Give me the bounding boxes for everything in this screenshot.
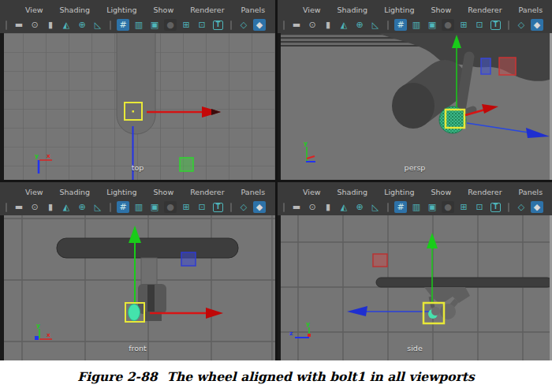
isolate-select-icon[interactable]: ⊙ [306,201,319,213]
pencil-icon[interactable]: ◺ [369,19,382,31]
gate-mask-icon[interactable]: ● [442,201,454,213]
menu-renderer[interactable]: Renderer [468,6,502,14]
strut-column[interactable] [141,258,157,285]
move-manipulator-icon[interactable]: ⊕ [76,201,88,213]
camera-icon[interactable]: ▬ [13,19,25,31]
light-icon[interactable]: ◭ [60,201,73,213]
blue-object-marker[interactable] [181,252,196,266]
wireframe-cube-icon[interactable]: ◇ [515,19,528,31]
bookmark-icon[interactable]: ▮ [322,19,334,31]
isolate-select-icon[interactable]: ⊙ [28,201,41,213]
grid-icon[interactable]: # [117,19,129,31]
resolution-gate-icon[interactable]: ▣ [148,19,161,31]
move-manipulator-icon[interactable]: ⊕ [353,201,366,213]
camera-icon[interactable]: ▬ [290,201,303,213]
menu-lighting[interactable]: Lighting [384,188,414,196]
menu-panels[interactable]: Panels [241,6,266,14]
resolution-gate-icon[interactable]: ▣ [426,201,438,213]
safe-title-icon[interactable]: T [213,203,223,212]
menu-lighting[interactable]: Lighting [384,6,414,14]
hub-circle[interactable] [440,304,456,319]
red-object-marker[interactable] [373,254,387,267]
menu-view[interactable]: View [25,6,43,14]
film-gate-icon[interactable]: ▥ [132,201,145,213]
safe-action-icon[interactable]: ⊡ [473,201,486,213]
menu-shading[interactable]: Shading [60,6,91,14]
blue-object-marker[interactable] [481,58,490,74]
camera-icon[interactable]: ▬ [13,201,25,213]
grid-icon[interactable]: # [394,201,407,213]
film-gate-icon[interactable]: ▥ [132,19,145,31]
field-chart-icon[interactable]: ⊞ [180,201,192,213]
shaded-cube-icon[interactable]: ◆ [253,19,266,31]
bolt1-selected[interactable] [129,304,140,321]
menu-panels[interactable]: Panels [241,188,266,196]
wireframe-cube-icon[interactable]: ◇ [237,19,250,31]
film-gate-icon[interactable]: ▥ [410,19,423,31]
menu-view[interactable]: View [303,188,321,196]
field-chart-icon[interactable]: ⊞ [180,19,192,31]
grid-icon[interactable]: # [117,201,129,213]
shaded-cube-icon[interactable]: ◆ [531,201,543,213]
viewport-canvas-persp[interactable]: y persp [278,33,552,180]
safe-title-icon[interactable]: T [490,21,501,30]
camera-icon[interactable]: ▬ [290,19,303,31]
shaded-cube-icon[interactable]: ◆ [253,201,266,213]
field-chart-icon[interactable]: ⊞ [457,19,470,31]
isolate-select-icon[interactable]: ⊙ [28,19,41,31]
menu-lighting[interactable]: Lighting [106,188,136,196]
bookmark-icon[interactable]: ▮ [44,19,57,31]
safe-action-icon[interactable]: ⊡ [196,201,208,213]
pencil-icon[interactable]: ◺ [369,201,382,213]
vehicle-body-side[interactable] [376,278,552,287]
safe-title-icon[interactable]: T [213,21,223,30]
film-gate-icon[interactable]: ▥ [410,201,423,213]
light-icon[interactable]: ◭ [338,201,350,213]
menu-show[interactable]: Show [431,6,452,14]
menu-shading[interactable]: Shading [60,188,91,196]
menu-shading[interactable]: Shading [338,188,368,196]
wheel-face[interactable] [392,83,435,129]
gate-mask-icon[interactable]: ● [164,201,177,213]
gate-mask-icon[interactable]: ● [164,19,177,31]
grid-icon[interactable]: # [394,19,407,31]
green-object-marker[interactable] [180,158,193,171]
light-icon[interactable]: ◭ [60,19,73,31]
wireframe-cube-icon[interactable]: ◇ [237,201,250,213]
menu-panels[interactable]: Panels [519,188,543,196]
viewport-canvas-side[interactable]: y z side [278,215,552,360]
field-chart-icon[interactable]: ⊞ [457,201,470,213]
menu-show[interactable]: Show [431,188,452,196]
shaded-cube-icon[interactable]: ◆ [531,19,543,31]
move-manipulator-icon[interactable]: ⊕ [76,19,88,31]
menu-show[interactable]: Show [154,188,174,196]
red-object-marker[interactable] [499,58,516,75]
pencil-icon[interactable]: ◺ [91,201,104,213]
gate-mask-icon[interactable]: ● [442,19,454,31]
bookmark-icon[interactable]: ▮ [44,201,57,213]
safe-title-icon[interactable]: T [490,203,501,212]
menu-renderer[interactable]: Renderer [468,188,502,196]
isolate-select-icon[interactable]: ⊙ [306,19,319,31]
menu-renderer[interactable]: Renderer [190,188,224,196]
resolution-gate-icon[interactable]: ▣ [426,19,438,31]
bookmark-icon[interactable]: ▮ [322,201,334,213]
wheel-object-top[interactable] [117,33,155,134]
wheel-object-front[interactable] [57,238,238,258]
viewport-canvas-front[interactable]: y x front [0,215,275,360]
safe-action-icon[interactable]: ⊡ [473,19,486,31]
light-icon[interactable]: ◭ [338,19,350,31]
safe-action-icon[interactable]: ⊡ [196,19,208,31]
menu-lighting[interactable]: Lighting [106,6,136,14]
menu-view[interactable]: View [25,188,43,196]
pencil-icon[interactable]: ◺ [91,19,104,31]
menu-show[interactable]: Show [154,6,174,14]
resolution-gate-icon[interactable]: ▣ [148,201,161,213]
move-manipulator-icon[interactable]: ⊕ [353,19,366,31]
menu-view[interactable]: View [303,6,321,14]
menu-panels[interactable]: Panels [519,6,543,14]
menu-renderer[interactable]: Renderer [190,6,224,14]
menu-shading[interactable]: Shading [338,6,368,14]
wireframe-cube-icon[interactable]: ◇ [515,201,528,213]
viewport-canvas-top[interactable]: y x top [0,33,275,180]
